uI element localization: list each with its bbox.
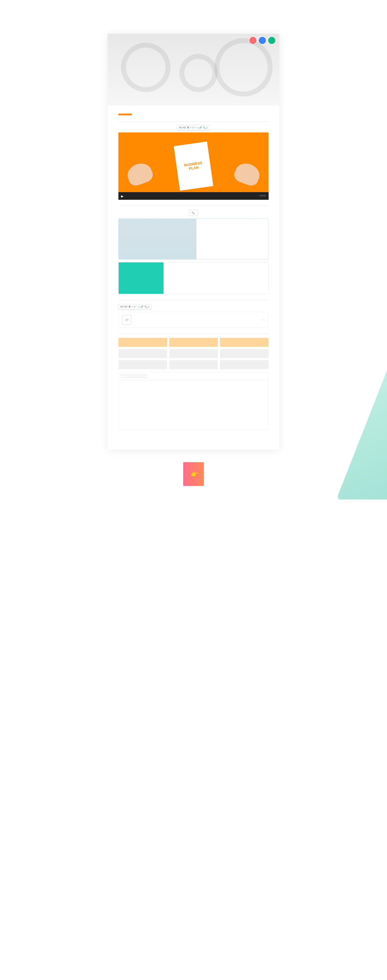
image-text-panel — [118, 219, 269, 259]
sheet-toolbar[interactable] — [119, 372, 268, 380]
interlink-search[interactable]: 🔍 — [189, 210, 198, 216]
doc-hero-image — [108, 34, 279, 105]
video-source: ⋯ vimeo — [256, 194, 266, 197]
avatar[interactable] — [268, 37, 276, 45]
avatar[interactable] — [258, 37, 266, 45]
spreadsheet-embed[interactable] — [118, 372, 269, 430]
play-icon[interactable]: ▶ — [121, 194, 124, 198]
zip-icon: .ZIP — [122, 315, 131, 325]
text-toolbar[interactable]: H1 H2 B I 𝑈 “ ≔ 🔗 🔍 ⎌ — [118, 304, 152, 309]
link-preview[interactable] — [118, 262, 269, 294]
more-icon[interactable]: ⋯ — [262, 318, 265, 321]
sample-document: H1 H2 B I 𝑈 “ ≔ 🔗 🔍 ⎌ BUSINESSPLAN ▶ ⋯ v… — [108, 34, 279, 450]
cta-button[interactable]: 👉 — [183, 462, 204, 486]
embedded-video[interactable]: BUSINESSPLAN ▶ ⋯ vimeo — [118, 132, 269, 200]
pointing-hand-icon: 👉 — [190, 470, 199, 478]
attached-file[interactable]: .ZIP ⋯ — [118, 312, 269, 328]
collaborator-avatars — [249, 37, 276, 45]
comp-grid — [118, 338, 269, 369]
avatar[interactable] — [249, 37, 257, 45]
search-icon: 🔍 — [192, 212, 195, 214]
text-toolbar[interactable]: H1 H2 B I 𝑈 “ ≔ 🔗 🔍 ⎌ — [177, 125, 210, 130]
